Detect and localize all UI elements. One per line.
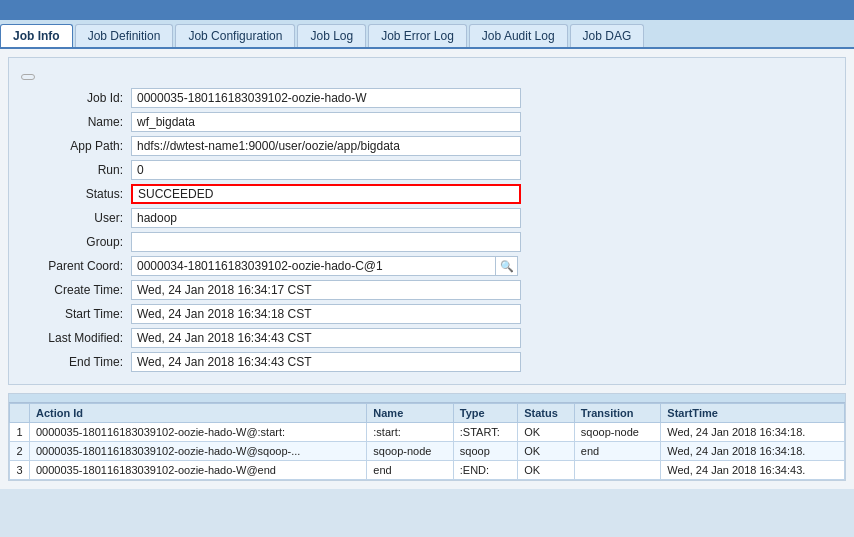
- field-row-run: Run:: [21, 160, 833, 180]
- actions-header: [9, 394, 845, 403]
- cell-r0-c4[interactable]: OK: [518, 423, 575, 442]
- label-status: Status:: [21, 187, 131, 201]
- job-info-form: Job Id:Name:App Path:Run:Status:User:Gro…: [8, 57, 846, 385]
- tab-job-log[interactable]: Job Log: [297, 24, 366, 47]
- col-header-6: StartTime: [661, 404, 845, 423]
- label-group: Group:: [21, 235, 131, 249]
- cell-r0-c5[interactable]: sqoop-node: [574, 423, 660, 442]
- cell-r2-c4[interactable]: OK: [518, 461, 575, 480]
- field-row-status: Status:: [21, 184, 833, 204]
- tab-job-error-log[interactable]: Job Error Log: [368, 24, 467, 47]
- cell-r1-c6[interactable]: Wed, 24 Jan 2018 16:34:18.: [661, 442, 845, 461]
- cell-r2-c1[interactable]: 0000035-180116183039102-oozie-hado-W@end: [30, 461, 367, 480]
- field-row-user: User:: [21, 208, 833, 228]
- main-content: Job Id:Name:App Path:Run:Status:User:Gro…: [0, 49, 854, 489]
- field-row-start-time: Start Time:: [21, 304, 833, 324]
- table-row: 10000035-180116183039102-oozie-hado-W@:s…: [10, 423, 845, 442]
- label-job-id: Job Id:: [21, 91, 131, 105]
- cell-r0-c6[interactable]: Wed, 24 Jan 2018 16:34:18.: [661, 423, 845, 442]
- field-row-job-id: Job Id:: [21, 88, 833, 108]
- cell-r1-c3[interactable]: sqoop: [453, 442, 517, 461]
- label-last-modified: Last Modified:: [21, 331, 131, 345]
- label-end-time: End Time:: [21, 355, 131, 369]
- tab-job-configuration[interactable]: Job Configuration: [175, 24, 295, 47]
- cell-r0-c1[interactable]: 0000035-180116183039102-oozie-hado-W@:st…: [30, 423, 367, 442]
- cell-r1-c4[interactable]: OK: [518, 442, 575, 461]
- actions-table: Action IdNameTypeStatusTransitionStartTi…: [9, 403, 845, 480]
- cell-r1-c2[interactable]: sqoop-node: [367, 442, 453, 461]
- tab-job-definition[interactable]: Job Definition: [75, 24, 174, 47]
- field-row-name: Name:: [21, 112, 833, 132]
- search-icon-button-parent-coord[interactable]: 🔍: [496, 256, 518, 276]
- input-group[interactable]: [131, 232, 521, 252]
- fields-container: Job Id:Name:App Path:Run:Status:User:Gro…: [21, 88, 833, 372]
- actions-body: 10000035-180116183039102-oozie-hado-W@:s…: [10, 423, 845, 480]
- cell-r0-c2[interactable]: :start:: [367, 423, 453, 442]
- label-parent-coord: Parent Coord:: [21, 259, 131, 273]
- input-run[interactable]: [131, 160, 521, 180]
- cell-r2-c2[interactable]: end: [367, 461, 453, 480]
- cell-r2-c5[interactable]: [574, 461, 660, 480]
- col-header-2: Name: [367, 404, 453, 423]
- input-last-modified[interactable]: [131, 328, 521, 348]
- tab-job-dag[interactable]: Job DAG: [570, 24, 645, 47]
- col-header-3: Type: [453, 404, 517, 423]
- actions-header-row: Action IdNameTypeStatusTransitionStartTi…: [10, 404, 845, 423]
- label-run: Run:: [21, 163, 131, 177]
- input-parent-coord[interactable]: [131, 256, 496, 276]
- input-name[interactable]: [131, 112, 521, 132]
- label-name: Name:: [21, 115, 131, 129]
- input-end-time[interactable]: [131, 352, 521, 372]
- tab-job-audit-log[interactable]: Job Audit Log: [469, 24, 568, 47]
- tab-bar: Job InfoJob DefinitionJob ConfigurationJ…: [0, 20, 854, 49]
- field-row-end-time: End Time:: [21, 352, 833, 372]
- cell-r2-c0: 3: [10, 461, 30, 480]
- col-header-5: Transition: [574, 404, 660, 423]
- actions-section: Action IdNameTypeStatusTransitionStartTi…: [8, 393, 846, 481]
- input-app-path[interactable]: [131, 136, 521, 156]
- cell-r0-c0: 1: [10, 423, 30, 442]
- field-row-group: Group:: [21, 232, 833, 252]
- input-status[interactable]: [131, 184, 521, 204]
- input-start-time[interactable]: [131, 304, 521, 324]
- col-header-1: Action Id: [30, 404, 367, 423]
- col-header-0: [10, 404, 30, 423]
- label-create-time: Create Time:: [21, 283, 131, 297]
- label-user: User:: [21, 211, 131, 225]
- cell-r1-c5[interactable]: end: [574, 442, 660, 461]
- input-wrapper-parent-coord: 🔍: [131, 256, 521, 276]
- label-start-time: Start Time:: [21, 307, 131, 321]
- refresh-button[interactable]: [21, 74, 35, 80]
- field-row-create-time: Create Time:: [21, 280, 833, 300]
- table-row: 30000035-180116183039102-oozie-hado-W@en…: [10, 461, 845, 480]
- field-row-parent-coord: Parent Coord:🔍: [21, 256, 833, 276]
- title-bar: [0, 0, 854, 20]
- table-row: 20000035-180116183039102-oozie-hado-W@sq…: [10, 442, 845, 461]
- input-job-id[interactable]: [131, 88, 521, 108]
- field-row-app-path: App Path:: [21, 136, 833, 156]
- cell-r1-c0: 2: [10, 442, 30, 461]
- input-create-time[interactable]: [131, 280, 521, 300]
- col-header-4: Status: [518, 404, 575, 423]
- input-user[interactable]: [131, 208, 521, 228]
- field-row-last-modified: Last Modified:: [21, 328, 833, 348]
- cell-r2-c3[interactable]: :END:: [453, 461, 517, 480]
- cell-r1-c1[interactable]: 0000035-180116183039102-oozie-hado-W@sqo…: [30, 442, 367, 461]
- label-app-path: App Path:: [21, 139, 131, 153]
- tab-job-info[interactable]: Job Info: [0, 24, 73, 47]
- cell-r0-c3[interactable]: :START:: [453, 423, 517, 442]
- cell-r2-c6[interactable]: Wed, 24 Jan 2018 16:34:43.: [661, 461, 845, 480]
